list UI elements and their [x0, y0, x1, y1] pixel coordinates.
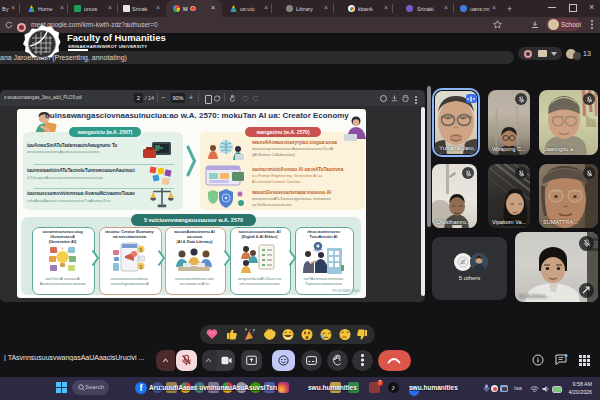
svg-text:$: $: [140, 264, 143, 270]
svg-text:$: $: [140, 247, 143, 253]
